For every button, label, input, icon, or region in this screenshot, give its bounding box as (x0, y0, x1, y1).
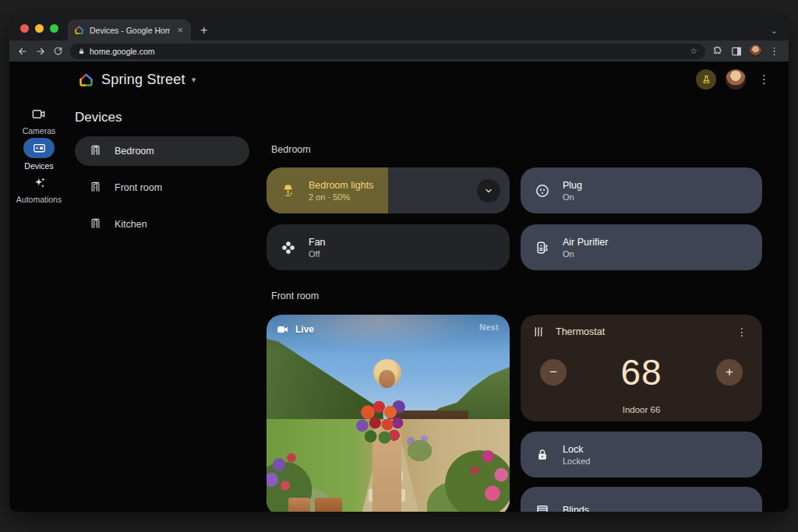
door-icon (90, 181, 101, 196)
tab-search-chevron-icon[interactable]: ⌄ (771, 26, 778, 36)
main-panel: Devices Bedroom (69, 97, 789, 512)
live-badge: Live (277, 323, 314, 336)
browser-menu-dots-icon[interactable]: ⋮ (769, 45, 779, 57)
forward-button[interactable] (35, 46, 46, 57)
header-actions: ⋮ (696, 69, 773, 90)
door-icon (90, 217, 101, 232)
window-controls (9, 16, 68, 41)
bookmark-star-icon[interactable]: ☆ (690, 46, 697, 56)
new-tab-button[interactable]: + (200, 23, 207, 37)
thermostat-menu-dots-icon[interactable]: ⋮ (733, 326, 751, 338)
expand-lights-button[interactable] (477, 179, 500, 203)
room-item-bedroom[interactable]: Bedroom (75, 136, 249, 166)
sidebar-label: Cameras (23, 126, 56, 136)
device-name: Blinds (563, 505, 589, 513)
device-name: Air Purifier (563, 237, 608, 248)
account-avatar[interactable] (726, 69, 746, 90)
address-bar[interactable]: home.google.com ☆ (70, 44, 705, 59)
section-label-bedroom: Bedroom (271, 144, 510, 156)
device-status: Off (309, 249, 326, 259)
nest-watermark: Nest (479, 322, 499, 332)
toolbar-actions: ⋮ (712, 45, 781, 57)
room-list: Bedroom Front room Kitchen (75, 136, 249, 512)
sidebar-label: Automations (16, 195, 62, 204)
device-status: Locked (563, 456, 590, 466)
sidebar-item-devices[interactable]: Devices (23, 138, 55, 171)
outlet-plug-icon (534, 183, 551, 199)
browser-toolbar: home.google.com ☆ ⋮ (9, 41, 789, 62)
tile-lock[interactable]: Lock Locked (521, 432, 762, 477)
sidebar-label: Devices (24, 161, 53, 171)
home-name[interactable]: Spring Street (101, 72, 185, 88)
minimize-window-button[interactable] (35, 24, 44, 33)
sidebar-item-automations[interactable]: Automations (16, 173, 62, 204)
live-label: Live (295, 324, 314, 335)
extensions-icon[interactable] (712, 46, 723, 57)
room-item-front-room[interactable]: Front room (75, 173, 249, 203)
sidebar: Cameras Devices Automations (9, 97, 69, 512)
side-panel-icon[interactable] (731, 46, 742, 57)
public-preview-flask-icon[interactable] (696, 69, 716, 90)
tab-title: Devices - Google Home (90, 26, 170, 35)
blinds-icon (534, 503, 551, 513)
temperature-increase-button[interactable]: + (716, 359, 743, 386)
heat-waves-icon (531, 325, 546, 339)
app-body: Cameras Devices Automations Devices (9, 97, 789, 512)
tab-close-icon[interactable]: × (175, 25, 185, 35)
close-window-button[interactable] (20, 24, 29, 33)
video-camera-icon (277, 323, 289, 336)
back-button[interactable] (17, 46, 28, 57)
device-status: 2 on · 50% (309, 192, 373, 202)
app-header: Spring Street ▾ ⋮ (9, 62, 789, 97)
browser-tab[interactable]: Devices - Google Home × (68, 19, 191, 41)
room-label: Front room (115, 182, 162, 193)
device-name: Bedroom lights (309, 180, 373, 191)
fan-icon (280, 240, 297, 255)
zoom-window-button[interactable] (50, 24, 58, 33)
room-item-kitchen[interactable]: Kitchen (75, 210, 249, 239)
tile-air-purifier[interactable]: Air Purifier On (521, 224, 762, 270)
devices-display-icon (23, 138, 55, 158)
lock-icon (534, 448, 551, 462)
browser-window: Devices - Google Home × + ⌄ home.google.… (9, 16, 789, 512)
device-name: Fan (309, 237, 326, 248)
spacer (521, 136, 762, 167)
temperature-decrease-button[interactable]: − (540, 359, 567, 386)
device-name: Lock (563, 444, 590, 455)
tile-bedroom-lights[interactable]: Bedroom lights 2 on · 50% (267, 167, 510, 213)
spacer (521, 281, 762, 315)
device-tiles: Bedroom Bedroom lights 2 on · 50% (267, 136, 762, 512)
page-title: Devices (75, 110, 762, 125)
device-status: On (563, 249, 608, 259)
thermostat-setpoint: 68 (620, 354, 662, 390)
device-name: Thermostat (556, 326, 605, 337)
google-home-logo-icon (78, 72, 94, 88)
indoor-temperature: Indoor 66 (531, 405, 751, 414)
device-name: Plug (563, 180, 582, 191)
room-label: Kitchen (115, 219, 147, 230)
home-switcher-chevron-icon[interactable]: ▾ (192, 75, 196, 85)
tab-strip: Devices - Google Home × + ⌄ (9, 16, 789, 41)
air-purifier-icon (534, 240, 551, 255)
app-menu-dots-icon[interactable]: ⋮ (755, 72, 773, 86)
tile-fan[interactable]: Fan Off (267, 224, 510, 270)
door-icon (90, 144, 101, 159)
tab-favicon-home-icon (74, 25, 84, 35)
tile-plug[interactable]: Plug On (521, 167, 762, 213)
google-home-app: Spring Street ▾ ⋮ Cameras (9, 62, 789, 512)
url-text: home.google.com (90, 47, 154, 56)
section-label-front-room: Front room (271, 291, 510, 302)
sidebar-item-cameras[interactable]: Cameras (23, 104, 56, 136)
reload-button[interactable] (53, 46, 63, 56)
room-label: Bedroom (115, 146, 154, 157)
sparkle-icon (32, 173, 47, 192)
device-status: On (563, 192, 582, 202)
video-camera-icon (31, 104, 46, 123)
browser-profile-avatar[interactable] (750, 45, 761, 57)
tile-blinds[interactable]: Blinds (521, 487, 762, 512)
tile-thermostat[interactable]: Thermostat ⋮ − 68 + Indoor 66 (521, 315, 762, 421)
https-lock-icon (78, 48, 85, 55)
lamp-icon (280, 183, 297, 199)
camera-scene-fade (267, 315, 510, 512)
camera-live-tile[interactable]: Live Nest (267, 315, 510, 512)
